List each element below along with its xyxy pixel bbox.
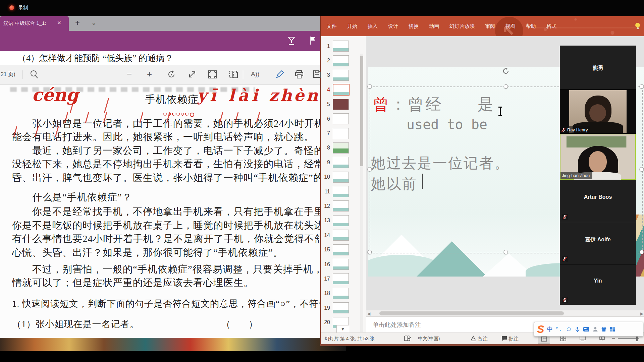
slide-thumbnail[interactable]: 19	[321, 301, 366, 315]
rotate-handle-icon[interactable]	[502, 67, 510, 75]
selection-handle[interactable]	[504, 84, 508, 89]
slide-thumbnail[interactable]: 6	[321, 112, 366, 126]
screen: 汉语 中级综合 1_1: ✕ + ⌄ （4）怎样做才能预防 “低头族” 的通病？…	[0, 0, 644, 362]
scroll-left-icon[interactable]: ◀	[367, 311, 370, 316]
tab-slideshow[interactable]: 幻灯片放映	[449, 23, 475, 29]
ime-skin-icon[interactable]	[601, 327, 607, 332]
slide-thumbnail[interactable]: 3	[321, 68, 366, 82]
tab-view[interactable]: 视图	[505, 23, 516, 29]
flag-tool-icon[interactable]	[309, 36, 317, 45]
handwritten-pinyin-ceng: céng	[32, 84, 78, 105]
ime-account-icon[interactable]	[593, 326, 598, 332]
thumbnail-scrollbar-thumb[interactable]	[360, 56, 363, 166]
slide-thumbnail[interactable]: 10	[321, 170, 366, 184]
slide-thumbnail[interactable]: 2	[321, 53, 366, 68]
tab-transitions[interactable]: 切换	[409, 23, 419, 29]
zoom-slider-track[interactable]	[618, 338, 639, 339]
slide-thumbnail[interactable]: 1	[321, 39, 366, 53]
page-view-icon[interactable]	[229, 70, 238, 79]
zoom-out-icon[interactable]: −	[127, 69, 132, 79]
participant-tile[interactable]: Yin	[560, 264, 636, 305]
tab-design[interactable]: 设计	[388, 23, 398, 29]
read-aloud-icon[interactable]: A))	[251, 70, 259, 78]
participant-tile[interactable]: Artur Boos	[560, 180, 636, 222]
tab-animations[interactable]: 动画	[429, 23, 439, 29]
search-icon[interactable]	[30, 70, 39, 79]
notes-icon[interactable]	[470, 336, 476, 342]
browser-toolbar	[0, 31, 320, 51]
selection-handle[interactable]	[640, 250, 644, 254]
ime-keyboard-icon[interactable]	[583, 327, 590, 332]
participant-label: Jing-han Zhou	[560, 172, 592, 179]
participant-tile[interactable]: 熊勇	[560, 46, 636, 89]
selection-handle[interactable]	[504, 250, 508, 254]
passage-line: 能会有电话打进来。因此，她很紧张，一听到电话铃声响，就心跳。	[12, 130, 320, 144]
ime-mode-chinese[interactable]: 中	[547, 325, 553, 333]
lightbulb-icon[interactable]	[634, 22, 641, 30]
selection-handle[interactable]	[368, 167, 372, 172]
print-icon[interactable]	[294, 70, 304, 79]
new-tab-button[interactable]: +	[75, 18, 80, 27]
ppt-ribbon: 文件 开始 插入 设计 切换 动画 幻灯片放映 审阅 视图 帮助 格式	[321, 16, 644, 36]
fit-page-icon[interactable]	[208, 70, 217, 79]
language-indicator[interactable]: 中文(中国)	[418, 336, 440, 342]
slide-thumbnail[interactable]: 14	[321, 228, 366, 242]
draw-pen-icon[interactable]	[275, 70, 284, 79]
tab-format[interactable]: 格式	[546, 23, 556, 29]
spellcheck-icon[interactable]	[404, 335, 411, 342]
participant-tile-active-speaker[interactable]: Jing-han Zhou	[560, 133, 636, 180]
slide-thumbnail[interactable]: 17	[321, 272, 366, 286]
rotate-icon[interactable]	[167, 70, 176, 79]
zoom-in-icon[interactable]: +	[147, 69, 152, 79]
tab-close-icon[interactable]: ✕	[57, 20, 61, 26]
ime-punctuation[interactable]: °，	[556, 326, 562, 332]
recording-dot-icon	[9, 5, 14, 10]
recording-bar: 录制	[0, 0, 644, 16]
notes-toggle[interactable]: 备注	[478, 336, 488, 342]
save-icon[interactable]	[313, 70, 321, 78]
pdf-annotation-icon[interactable]	[287, 36, 296, 46]
tab-file[interactable]: 文件	[327, 23, 337, 29]
ime-toolbar[interactable]: S 中 °， ☺	[534, 322, 643, 337]
horizontal-scrollbar-thumb[interactable]	[379, 311, 564, 315]
passage-line: 情就可以了；但是症状严重的还是应该去看心理医生。	[12, 276, 320, 290]
slide-thumbnail[interactable]: 5	[321, 97, 366, 112]
red-slash-mark	[104, 98, 109, 113]
tab-insert[interactable]: 插入	[368, 23, 378, 29]
slide-thumbnail[interactable]: 8	[321, 141, 366, 155]
tab-list-menu-icon[interactable]: ⌄	[91, 19, 97, 26]
browser-tab[interactable]: 汉语 中级综合 1_1: ✕	[0, 16, 69, 31]
tab-title: 汉语 中级综合 1_1:	[3, 20, 56, 26]
slide-thumbnail[interactable]: 11	[321, 184, 366, 199]
slide-thumbnail[interactable]: 13	[321, 214, 366, 228]
participant-video: Jing-han Zhou	[560, 134, 636, 180]
tab-help[interactable]: 帮助	[526, 23, 536, 29]
sogou-logo: S	[537, 323, 544, 336]
zoom-slider-thumb[interactable]	[636, 336, 638, 341]
slide-thumbnail[interactable]: 16	[321, 257, 366, 272]
question-line: 1. 快速阅读短文，判断下面的句子是否符合短文的意思，符合画“○”，不符合画“	[12, 298, 320, 310]
selection-handle[interactable]	[368, 250, 372, 254]
slide-thumbnail[interactable]: 7	[321, 126, 366, 140]
comments-toggle[interactable]: 批注	[508, 336, 519, 342]
ime-mic-icon[interactable]	[575, 326, 580, 332]
slide-thumbnail[interactable]: 9	[321, 155, 366, 170]
selection-handle[interactable]	[368, 84, 372, 89]
slide-thumbnail-selected[interactable]: 4	[321, 82, 366, 97]
tab-home[interactable]: 开始	[347, 23, 357, 29]
document-heading-strip: （4）怎样做才能预防 “低头族” 的通病？	[0, 51, 320, 65]
fit-width-icon[interactable]	[188, 70, 197, 79]
participant-tile[interactable]: 嘉伊 Aoife	[560, 222, 636, 264]
ime-toolbox-icon[interactable]	[610, 326, 615, 332]
selection-handle[interactable]	[640, 167, 644, 172]
tab-review[interactable]: 审阅	[485, 23, 495, 29]
scroll-right-icon[interactable]: ▶	[640, 311, 643, 316]
participant-tile[interactable]: Ray Henry	[560, 89, 636, 133]
selection-handle[interactable]	[640, 84, 644, 89]
notes-placeholder: 单击此处添加备注	[373, 321, 421, 329]
slide-thumbnail[interactable]: 18	[321, 286, 366, 301]
comments-icon[interactable]	[501, 336, 507, 342]
slide-thumbnail[interactable]: 12	[321, 199, 366, 213]
slide-thumbnail[interactable]: 15	[321, 242, 366, 257]
emoji-icon[interactable]: ☺	[566, 325, 572, 333]
